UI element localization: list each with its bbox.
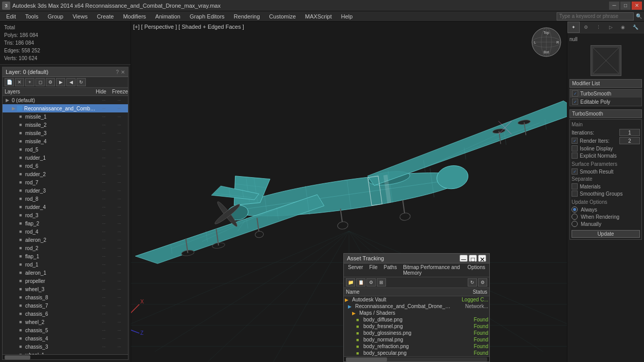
list-item[interactable]: ■ rod_6 ··· ··· — [3, 162, 128, 170]
menu-rendering[interactable]: Rendering — [230, 12, 264, 21]
layer-refresh-btn[interactable]: ↻ — [77, 78, 86, 86]
ts-renderiters-cb[interactable]: ✓ — [572, 138, 578, 144]
list-item[interactable]: ■ aileron_1 ··· ··· — [3, 269, 128, 277]
list-item[interactable]: ■ wheel_1 ··· ··· — [3, 351, 128, 354]
at-row[interactable]: ■ body_specular.png Found — [344, 350, 489, 356]
ts-materials-cb[interactable] — [572, 183, 578, 189]
menu-animation[interactable]: Animation — [151, 12, 185, 21]
at-restore-btn[interactable]: □ — [469, 255, 477, 262]
layer-new-btn[interactable]: 📄 — [5, 78, 14, 86]
list-item[interactable]: ■ rudder_2 ··· ··· — [3, 170, 128, 178]
layer-delete-btn[interactable]: ✕ — [15, 78, 24, 86]
layer-select-btn[interactable]: ◻ — [35, 78, 45, 86]
minimize-button[interactable]: ─ — [609, 2, 619, 10]
viewport-area[interactable]: [+] [ Perspective ] [ Shaded + Edged Fac… — [131, 22, 567, 362]
at-menu-server[interactable]: Server — [345, 263, 366, 277]
at-row[interactable]: ▶ Autodesk Vault Logged C... — [344, 296, 489, 303]
at-title-bar[interactable]: Asset Tracking ─ □ ✕ — [344, 254, 489, 263]
list-item[interactable]: ■ missile_4 ··· ··· — [3, 137, 128, 145]
menu-help[interactable]: Help — [337, 12, 357, 21]
modifier-editablepoly[interactable]: ✓ Editable Poly — [570, 98, 641, 106]
layer-collapse-btn[interactable]: ◀ — [66, 78, 76, 86]
tab-hierarchy[interactable]: ⋮ — [592, 22, 604, 33]
modifier-list-title[interactable]: Modifier List — [569, 79, 642, 88]
layer-list[interactable]: ▶ 0 (default) ··· ··· ▶ Reconnaissance_a… — [3, 96, 128, 354]
ts-explicit-cb[interactable] — [572, 153, 578, 159]
at-minimize-btn[interactable]: ─ — [459, 255, 468, 262]
menu-views[interactable]: Views — [68, 12, 91, 21]
ts-renderiters-value[interactable]: 2 — [619, 137, 640, 144]
list-item[interactable]: ■ rod_4 ··· ··· — [3, 227, 128, 236]
ts-smoothing-cb[interactable] — [572, 190, 578, 197]
layer-help-icon[interactable]: ? — [116, 69, 119, 75]
list-item[interactable]: ▶ Reconnaissance_and_Combat_Drone ··· ··… — [3, 104, 128, 112]
at-close-btn[interactable]: ✕ — [478, 255, 486, 262]
at-row[interactable]: ▶ Reconnaissance_and_Combat_Drone_max_vr… — [344, 303, 489, 310]
layer-expand-btn[interactable]: ▶ — [56, 78, 65, 86]
layer-props-btn[interactable]: ⚙ — [46, 78, 55, 86]
list-item[interactable]: ■ chassis_3 ··· ··· — [3, 342, 128, 351]
search-input[interactable] — [557, 12, 634, 21]
list-item[interactable]: ■ missile_1 ··· ··· — [3, 112, 128, 121]
list-item[interactable]: ■ rod_5 ··· ··· — [3, 145, 128, 154]
layer-scrollbar-thumb[interactable] — [5, 355, 30, 359]
at-row[interactable]: ■ body_refraction.png Found — [344, 343, 489, 350]
menu-graph-editors[interactable]: Graph Editors — [186, 12, 229, 21]
menu-maxscript[interactable]: MAXScript — [301, 12, 336, 21]
close-button[interactable]: ✕ — [632, 2, 642, 10]
list-item[interactable]: ■ propeller ··· ··· — [3, 277, 128, 285]
menu-tools[interactable]: Tools — [21, 12, 43, 21]
list-item[interactable]: ■ rudder_4 ··· ··· — [3, 203, 128, 211]
menu-customize[interactable]: Customize — [265, 12, 300, 21]
at-menu-options[interactable]: Options — [465, 263, 488, 277]
tab-create[interactable]: ✦ — [567, 22, 580, 33]
list-item[interactable]: ■ rod_1 ··· ··· — [3, 260, 128, 269]
ts-isoline-cb[interactable] — [572, 145, 578, 151]
list-item[interactable]: ■ chassis_7 ··· ··· — [3, 301, 128, 310]
menu-group[interactable]: Group — [44, 12, 68, 21]
ts-whenrendering-radio[interactable] — [572, 214, 578, 220]
turbosmooth-title[interactable]: TurboSmooth — [569, 109, 642, 118]
at-refresh-btn[interactable]: ↻ — [468, 278, 477, 287]
list-item[interactable]: ■ chassis_5 ··· ··· — [3, 326, 128, 334]
list-item[interactable]: ■ rod_3 ··· ··· — [3, 211, 128, 219]
menu-create[interactable]: Create — [93, 12, 118, 21]
ts-smooth-cb[interactable]: ✓ — [572, 168, 578, 175]
menu-edit[interactable]: Edit — [2, 12, 20, 21]
modifier-checkbox-ep[interactable]: ✓ — [572, 99, 578, 105]
at-menu-file[interactable]: File — [366, 263, 380, 277]
list-item[interactable]: ■ rod_2 ··· ··· — [3, 244, 128, 252]
at-menu-bitmap[interactable]: Bitmap Performance and Memory — [400, 263, 464, 277]
tab-modify[interactable]: ⚙ — [580, 22, 592, 33]
nav-sphere[interactable]: Top Bot L R — [531, 27, 562, 58]
at-btn2[interactable]: 📋 — [356, 278, 365, 287]
at-row[interactable]: ■ body_glossiness.png Found — [344, 330, 489, 336]
ts-update-btn[interactable]: Update — [572, 230, 640, 238]
list-item[interactable]: ■ missile_2 ··· ··· — [3, 121, 128, 129]
at-row[interactable]: ▶ Maps / Shaders — [344, 310, 489, 316]
ts-iterations-value[interactable]: 1 — [619, 129, 640, 136]
list-item[interactable]: ■ missile_3 ··· ··· — [3, 129, 128, 137]
layer-close-icon[interactable]: ✕ — [121, 69, 125, 75]
tab-motion[interactable]: ▷ — [604, 22, 617, 33]
at-btn1[interactable]: 📁 — [346, 278, 355, 287]
tab-display[interactable]: ◉ — [617, 22, 629, 33]
list-item[interactable]: ▶ 0 (default) ··· ··· — [3, 96, 128, 104]
list-item[interactable]: ■ chassis_8 ··· ··· — [3, 293, 128, 301]
at-btn4[interactable]: ⊞ — [377, 278, 386, 287]
list-item[interactable]: ■ aileron_2 ··· ··· — [3, 236, 128, 244]
list-item[interactable]: ■ flap_2 ··· ··· — [3, 219, 128, 227]
list-item[interactable]: ■ chassis_4 ··· ··· — [3, 334, 128, 342]
at-btn3[interactable]: ⚙ — [366, 278, 376, 287]
list-item[interactable]: ■ wheel_3 ··· ··· — [3, 285, 128, 293]
maximize-button[interactable]: □ — [620, 2, 631, 10]
layer-scrollbar[interactable] — [3, 354, 128, 359]
at-menu-paths[interactable]: Paths — [381, 263, 400, 277]
list-item[interactable]: ■ wheel_2 ··· ··· — [3, 318, 128, 326]
list-item[interactable]: ■ rudder_3 ··· ··· — [3, 186, 128, 195]
list-item[interactable]: ■ rudder_1 ··· ··· — [3, 154, 128, 162]
at-settings-btn[interactable]: ⚙ — [478, 278, 487, 287]
list-item[interactable]: ■ rod_8 ··· ··· — [3, 195, 128, 203]
list-item[interactable]: ■ flap_1 ··· ··· — [3, 252, 128, 260]
ts-manually-radio[interactable] — [572, 221, 578, 227]
